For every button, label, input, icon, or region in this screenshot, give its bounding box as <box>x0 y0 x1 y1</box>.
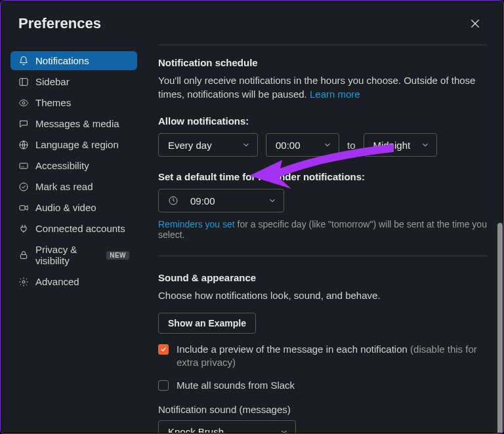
gear-icon <box>18 277 29 287</box>
lock-icon <box>18 250 29 260</box>
end-time-value: Midnight <box>373 140 411 151</box>
include-preview-label[interactable]: Include a preview of the message in each… <box>177 343 485 370</box>
default-reminder-value: 09:00 <box>190 195 215 207</box>
video-icon <box>18 203 29 213</box>
start-time-select[interactable]: 00:00 <box>266 133 339 157</box>
sidebar-item-connected-accounts[interactable]: Connected accounts <box>10 219 137 238</box>
sidebar-item-sidebar[interactable]: Sidebar <box>10 72 137 91</box>
message-sound-label: Notification sound (messages) <box>158 404 487 415</box>
sidebar-item-advanced[interactable]: Advanced <box>10 272 137 291</box>
check-circle-icon <box>18 182 29 192</box>
close-button[interactable] <box>465 13 486 34</box>
scrollbar[interactable] <box>497 223 503 433</box>
svg-rect-3 <box>20 163 28 168</box>
allow-notifications-label: Allow notifications: <box>158 115 487 127</box>
sound-appearance-heading: Sound & appearance <box>158 272 487 283</box>
sidebar-item-label: Messages & media <box>35 118 119 129</box>
chevron-down-icon <box>323 140 332 149</box>
allow-frequency-select[interactable]: Every day <box>158 133 258 157</box>
sidebar-item-messages-media[interactable]: Messages & media <box>10 114 137 133</box>
svg-point-7 <box>22 281 25 283</box>
svg-point-1 <box>22 102 25 104</box>
end-time-select[interactable]: Midnight <box>364 133 437 157</box>
chevron-down-icon <box>268 196 277 205</box>
reminders-link[interactable]: Reminders you set <box>158 219 235 229</box>
sidebar-item-label: Sidebar <box>35 76 70 87</box>
sidebar-item-label: Language & region <box>35 139 119 150</box>
sidebar-item-label: Accessibility <box>35 160 89 171</box>
eye-icon <box>18 98 29 108</box>
preferences-content: Notification schedule You'll only receiv… <box>142 41 503 433</box>
message-sound-value: Knock Brush <box>168 426 224 433</box>
svg-rect-5 <box>20 205 25 210</box>
accessibility-icon <box>18 161 29 171</box>
svg-rect-6 <box>20 254 26 258</box>
preferences-sidebar: Notifications Sidebar Themes Messages & … <box>1 41 142 433</box>
message-sound-select[interactable]: Knock Brush <box>158 420 296 433</box>
chevron-down-icon <box>280 427 289 433</box>
sidebar-item-label: Privacy & visibility <box>35 244 97 266</box>
bell-icon <box>18 56 29 66</box>
chevron-down-icon <box>242 140 251 149</box>
clock-icon <box>168 195 178 206</box>
sidebar-item-audio-video[interactable]: Audio & video <box>10 198 137 217</box>
include-preview-checkbox[interactable] <box>158 344 169 355</box>
sidebar-item-notifications[interactable]: Notifications <box>10 51 137 70</box>
learn-more-link[interactable]: Learn more <box>310 89 360 100</box>
sidebar-item-accessibility[interactable]: Accessibility <box>10 156 137 175</box>
sidebar-item-label: Mark as read <box>35 181 93 192</box>
svg-rect-0 <box>20 78 28 85</box>
sidebar-item-label: Audio & video <box>35 202 96 213</box>
plug-icon <box>18 224 29 234</box>
notification-schedule-description: You'll only receive notifications in the… <box>158 73 487 101</box>
start-time-value: 00:00 <box>276 140 301 151</box>
globe-icon <box>18 140 29 150</box>
mute-sounds-checkbox[interactable] <box>158 380 169 391</box>
allow-frequency-value: Every day <box>168 140 212 151</box>
reminders-hint: Reminders you set for a specific day (li… <box>158 219 487 240</box>
sound-appearance-description: Choose how notifications look, sound, an… <box>158 288 487 302</box>
show-example-button[interactable]: Show an Example <box>158 313 256 334</box>
notification-schedule-heading: Notification schedule <box>158 57 487 68</box>
chat-icon <box>18 119 29 129</box>
sidebar-item-privacy-visibility[interactable]: Privacy & visibility NEW <box>10 240 137 270</box>
sidebar-item-label: Advanced <box>35 276 79 287</box>
default-reminder-label: Set a default time for reminder notifica… <box>158 171 487 182</box>
sidebar-item-language-region[interactable]: Language & region <box>10 135 137 154</box>
sidebar-item-label: Connected accounts <box>35 223 125 234</box>
panel-icon <box>18 77 29 87</box>
sidebar-item-label: Notifications <box>35 55 89 66</box>
close-icon <box>469 18 481 30</box>
default-reminder-select[interactable]: 09:00 <box>158 189 284 212</box>
sidebar-item-label: Themes <box>35 97 71 108</box>
mute-sounds-label[interactable]: Mute all sounds from Slack <box>177 379 295 392</box>
to-label: to <box>347 140 356 151</box>
new-badge: NEW <box>106 251 129 260</box>
sidebar-item-themes[interactable]: Themes <box>10 93 137 112</box>
svg-point-4 <box>20 183 28 191</box>
page-title: Preferences <box>18 15 101 32</box>
check-icon <box>160 346 167 353</box>
chevron-down-icon <box>421 140 430 149</box>
sidebar-item-mark-as-read[interactable]: Mark as read <box>10 177 137 196</box>
